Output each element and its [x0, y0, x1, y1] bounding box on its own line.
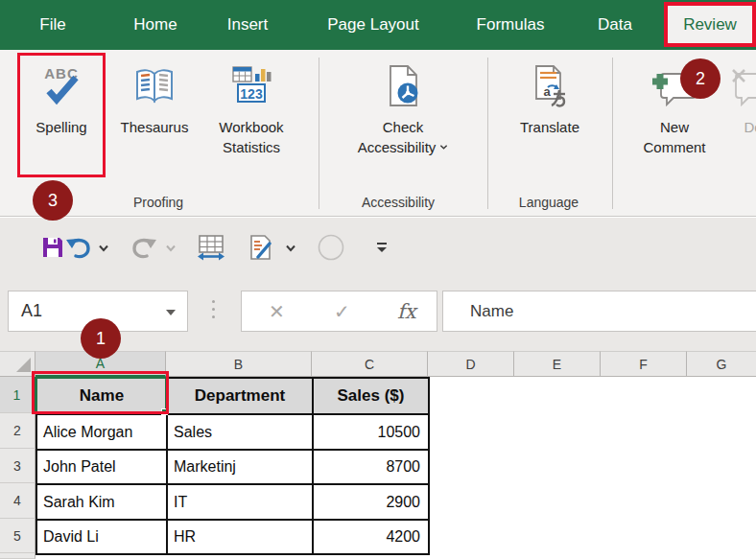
- translate-label: Translate: [520, 117, 579, 137]
- cell-c1[interactable]: Sales ($): [313, 378, 429, 414]
- column-header-f[interactable]: F: [601, 351, 687, 377]
- column-header-d[interactable]: D: [428, 351, 514, 377]
- select-all-button[interactable]: [0, 351, 35, 377]
- name-box-value: A1: [21, 301, 42, 321]
- annotation-badge-3: 3: [33, 180, 73, 221]
- tab-data[interactable]: Data: [598, 0, 632, 50]
- excel-window: File Home Insert Page Layout Formulas Da…: [0, 0, 756, 559]
- save-button[interactable]: [40, 235, 65, 260]
- thesaurus-label: Thesaurus: [121, 117, 189, 137]
- group-divider: [612, 58, 613, 209]
- data-table: Name Department Sales ($) Alice Morgan S…: [35, 377, 430, 555]
- new-comment-label-line2: Comment: [643, 137, 705, 157]
- cell-c2[interactable]: 10500: [313, 414, 429, 450]
- insert-function-icon[interactable]: fx: [397, 300, 416, 323]
- tab-review[interactable]: Review: [664, 2, 756, 47]
- table-row: Alice Morgan Sales 10500: [36, 414, 429, 450]
- cell-b4[interactable]: IT: [167, 484, 313, 520]
- formula-bar-value: Name: [470, 302, 513, 321]
- column-header-g[interactable]: G: [687, 351, 756, 377]
- tab-page-layout[interactable]: Page Layout: [327, 0, 418, 50]
- redo-dropdown-chevron-icon[interactable]: [166, 245, 177, 252]
- spelling-label: Spelling: [35, 117, 86, 137]
- translate-button[interactable]: a Translate: [497, 56, 602, 137]
- translate-icon: a: [531, 56, 569, 117]
- cell-a5[interactable]: David Li: [36, 520, 167, 554]
- check-accessibility-label-line2: Accessibility: [358, 137, 437, 157]
- column-header-b[interactable]: B: [166, 351, 312, 377]
- tab-insert[interactable]: Insert: [227, 0, 269, 50]
- cancel-icon[interactable]: ✕: [269, 300, 285, 323]
- row-header-3[interactable]: 3: [0, 449, 35, 483]
- row-header-2[interactable]: 2: [0, 413, 35, 449]
- cell-b1[interactable]: Department: [167, 378, 313, 414]
- cell-b5[interactable]: HR: [167, 520, 313, 554]
- thesaurus-button[interactable]: Thesaurus: [102, 56, 207, 137]
- column-header-c[interactable]: C: [312, 351, 428, 377]
- thesaurus-icon: [133, 56, 176, 117]
- formula-bar-splitter[interactable]: [212, 300, 215, 318]
- name-box-dropdown-icon: [166, 310, 176, 315]
- row-header-6-partial[interactable]: [0, 553, 35, 559]
- cell-c3[interactable]: 8700: [313, 450, 429, 484]
- cell-a2[interactable]: Alice Morgan: [36, 414, 167, 450]
- undo-dropdown-chevron-icon[interactable]: [99, 245, 109, 252]
- tab-formulas[interactable]: Formulas: [477, 0, 545, 50]
- tab-home[interactable]: Home: [133, 0, 177, 50]
- table-row: John Patel Marketinj 8700: [36, 450, 429, 484]
- chevron-down-icon: [439, 143, 448, 151]
- group-label-proofing: Proofing: [133, 195, 183, 210]
- annotation-badge-1: 1: [81, 318, 121, 359]
- tab-file[interactable]: File: [39, 0, 65, 50]
- cell-b2[interactable]: Sales: [167, 414, 313, 450]
- redo-button[interactable]: [130, 236, 157, 259]
- group-divider: [319, 58, 319, 209]
- cell-b3[interactable]: Marketinj: [167, 450, 313, 484]
- ribbon-tab-bar: File Home Insert Page Layout Formulas Da…: [0, 0, 756, 50]
- ribbon-review-content: ABC Spelling: [0, 50, 756, 217]
- delete-comment-icon: [731, 56, 756, 117]
- workbook-statistics-label-line1: Workbook: [219, 117, 283, 137]
- fill-handle[interactable]: [161, 408, 168, 415]
- column-width-button[interactable]: [197, 234, 225, 261]
- svg-text:a: a: [543, 84, 551, 99]
- cell-a4[interactable]: Sarah Kim: [36, 484, 167, 520]
- edit-document-button[interactable]: [248, 234, 273, 261]
- enter-icon[interactable]: ✓: [334, 300, 350, 323]
- edit-document-chevron-icon[interactable]: [286, 245, 296, 252]
- undo-button[interactable]: [65, 236, 92, 259]
- workbook-statistics-label-line2: Statistics: [223, 137, 280, 157]
- table-row: Sarah Kim IT 2900: [36, 484, 429, 520]
- workbook-statistics-button[interactable]: 123 Workbook Statistics: [199, 56, 304, 157]
- delete-comment-label: De: [744, 117, 756, 137]
- check-accessibility-button[interactable]: Check Accessibility: [350, 56, 456, 157]
- select-all-triangle-icon: [16, 358, 31, 372]
- formula-bar[interactable]: Name: [442, 291, 756, 332]
- formula-buttons: ✕ ✓ fx: [241, 291, 437, 332]
- cell-a1[interactable]: Name: [36, 378, 167, 414]
- cell-c4[interactable]: 2900: [313, 484, 429, 520]
- cell-a3[interactable]: John Patel: [36, 450, 167, 484]
- group-label-accessibility: Accessibility: [362, 195, 435, 210]
- spreadsheet-grid: A B C D E F G 1 2 3 4 5 Name Department …: [0, 351, 756, 559]
- check-accessibility-label-line1: Check: [383, 117, 424, 137]
- cell-c5[interactable]: 4200: [313, 520, 429, 554]
- new-comment-label-line1: New: [660, 117, 689, 137]
- table-row: David Li HR 4200: [36, 520, 429, 554]
- workbook-statistics-icon: 123: [231, 56, 272, 117]
- customize-quick-access-button[interactable]: [375, 242, 389, 253]
- tab-review-label: Review: [683, 15, 737, 35]
- table-header-row: Name Department Sales ($): [36, 378, 429, 414]
- row-header-4[interactable]: 4: [0, 483, 35, 519]
- group-divider: [487, 58, 488, 209]
- spelling-button[interactable]: ABC Spelling: [9, 56, 114, 137]
- circle-indicator-icon: [318, 234, 344, 261]
- check-accessibility-icon: [385, 56, 421, 117]
- svg-text:123: 123: [240, 86, 263, 102]
- column-header-e[interactable]: E: [514, 351, 601, 377]
- annotation-badge-2: 2: [680, 58, 721, 99]
- row-header-5[interactable]: 5: [0, 519, 35, 553]
- group-label-language: Language: [519, 195, 579, 210]
- spelling-icon: ABC: [41, 56, 82, 117]
- row-header-1[interactable]: 1: [0, 377, 35, 413]
